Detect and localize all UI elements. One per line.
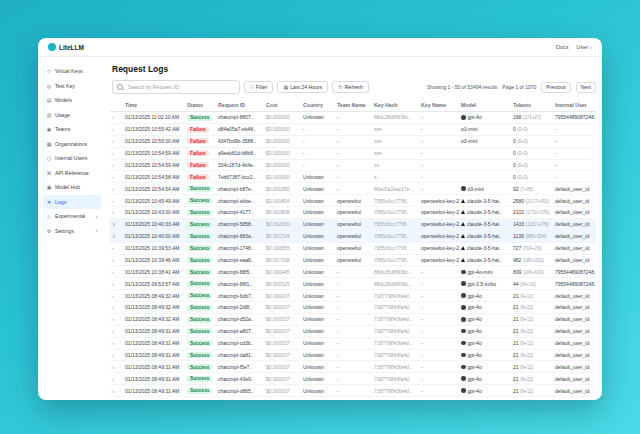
user-menu[interactable]: User∨	[576, 44, 592, 50]
table-row[interactable]: ›01/13/2025 08:49:31 AMSuccesschatcmpl-4…	[110, 373, 596, 385]
table-row[interactable]: ›01/13/2025 10:43:00 AMSuccesschatcmpl-4…	[110, 207, 596, 219]
cell-tokens-total: 21	[513, 364, 519, 370]
expand-row-icon[interactable]: ›	[112, 340, 114, 346]
table-row[interactable]: ∨01/13/2025 10:40:00 AMSuccesschatcmpl-8…	[110, 230, 596, 242]
sidebar-item-teams[interactable]: ◉Teams	[43, 122, 101, 137]
time-range-button[interactable]: ▦ Last 24 Hours	[277, 81, 328, 93]
table-row[interactable]: ›01/13/2025 08:49:32 AMSuccesschatcmpl-6…	[110, 290, 596, 302]
chevron-down-icon: ∨	[95, 228, 98, 233]
table-row[interactable]: ›01/13/2025 10:39:53 AMSuccesschatcmpl-1…	[110, 242, 596, 254]
cell-key-hash: 718779843fa4d..	[372, 302, 419, 314]
sidebar-item-models[interactable]: ▤Models	[43, 93, 101, 108]
cell-time: 01/13/2025 10:45:49 AM	[123, 195, 185, 207]
expand-row-icon[interactable]: ›	[112, 257, 114, 263]
table-row[interactable]: ›01/13/2025 10:45:49 AMSuccesschatcmpl-e…	[110, 195, 596, 207]
table-row[interactable]: ›01/13/2025 10:55:00 AMFailure4347bd9b-3…	[110, 135, 596, 147]
sidebar-item-settings[interactable]: ⚙Settings∨	[43, 224, 101, 239]
cell-time: 01/13/2025 08:49:31 AM	[123, 337, 185, 349]
expand-row-icon[interactable]: ›	[112, 209, 114, 215]
logs-table-container[interactable]: TimeStatusRequest IDCostCountryTeam Name…	[110, 99, 596, 400]
table-row[interactable]: ›01/13/2025 08:49:32 AMSuccesschatcmpl-2…	[110, 302, 596, 314]
cell-key-name: openwebui-key-2	[419, 254, 459, 266]
search-field[interactable]	[126, 83, 235, 91]
cell-request-id: chatcmpl-ebbe..	[216, 195, 264, 207]
cell-key-hash: 86ec5a2eac17e..	[372, 183, 419, 195]
expand-row-icon[interactable]: ›	[112, 376, 114, 382]
table-row[interactable]: ›01/13/2025 10:54:59 AMFailure334c187d-4…	[110, 159, 596, 171]
expand-row-icon[interactable]: ›	[112, 162, 114, 168]
expand-row-icon[interactable]: ›	[112, 114, 114, 120]
sidebar-item-organizations[interactable]: ▦Organizations	[43, 137, 101, 152]
sidebar-item-api-reference[interactable]: ⌘API Reference	[43, 166, 101, 181]
table-row[interactable]: ›01/13/2025 08:49:31 AMSuccesschatcmpl-6…	[110, 397, 596, 401]
anthropic-model-icon	[461, 234, 465, 238]
table-row[interactable]: ›01/13/2025 10:55:42 AMFailured84a05a7-e…	[110, 123, 596, 135]
search-input[interactable]	[112, 80, 240, 94]
cell-model: gpt-4o	[468, 114, 482, 120]
docs-link[interactable]: Docs	[556, 44, 569, 50]
cell-internal-user: default_user_id	[553, 218, 596, 230]
expand-row-icon[interactable]: ›	[112, 352, 114, 358]
page-title: Request Logs	[112, 64, 596, 74]
table-row[interactable]: ›01/13/2025 11:02:10 AMSuccesschatcmpl-8…	[110, 112, 596, 124]
table-row[interactable]: ›01/13/2025 08:49:31 AMSuccesschatcmpl-c…	[110, 337, 596, 349]
table-row[interactable]: ›01/13/2025 10:38:41 AMSuccesschatcmpl-8…	[110, 266, 596, 278]
sidebar-item-logs[interactable]: ≡Logs	[43, 195, 101, 210]
expand-row-icon[interactable]: ›	[112, 138, 114, 144]
next-page-button[interactable]: Next	[576, 82, 596, 93]
table-row[interactable]: ∨01/13/2025 10:40:33 AMSuccesschatcmpl-5…	[110, 218, 596, 230]
expand-row-icon[interactable]: ›	[112, 293, 114, 299]
expand-row-icon[interactable]: ›	[112, 245, 114, 251]
filter-button[interactable]: ▽ Filter	[244, 81, 273, 93]
table-row[interactable]: ›01/13/2025 08:49:31 AMSuccesschatcmpl-a…	[110, 325, 596, 337]
cell-tokens-total: 1139	[513, 233, 524, 239]
status-badge: Failure	[187, 162, 209, 168]
table-row[interactable]: ›01/13/2025 10:54:58 AMFailure7eb67387-b…	[110, 171, 596, 183]
table-row[interactable]: ›01/13/2025 08:49:31 AMSuccesschatcmpl-f…	[110, 361, 596, 373]
expand-row-icon[interactable]: ∨	[112, 221, 116, 227]
expand-row-icon[interactable]: ›	[112, 126, 114, 132]
expand-row-icon[interactable]: ›	[112, 174, 114, 180]
cell-model: gpt-4o-mini	[468, 269, 493, 275]
settings-icon: ⚙	[46, 228, 52, 234]
sidebar-item-usage[interactable]: ▥Usage	[43, 108, 101, 123]
cell-country: Unknown	[301, 397, 335, 401]
expand-row-icon[interactable]: ›	[112, 328, 114, 334]
openai-model-icon	[461, 341, 466, 346]
sidebar-item-experimental[interactable]: △Experimental∨	[43, 209, 101, 224]
table-row[interactable]: ›01/13/2025 08:49:31 AMSuccesschatcmpl-d…	[110, 349, 596, 361]
cell-cost: $0.000037	[264, 325, 301, 337]
expand-row-icon[interactable]: ›	[112, 304, 114, 310]
table-header: TimeStatusRequest IDCostCountryTeam Name…	[110, 99, 596, 112]
sidebar-item-internal-users[interactable]: ○Internal Users	[43, 151, 101, 166]
table-row[interactable]: ›01/13/2025 09:53:57 AMSuccesschatcmpl-8…	[110, 278, 596, 290]
table-row[interactable]: ›01/13/2025 10:54:54 AMSuccesschatcmpl-b…	[110, 183, 596, 195]
expand-row-icon[interactable]: ›	[112, 150, 114, 156]
status-badge: Success	[187, 364, 212, 370]
sidebar-item-test-key[interactable]: ◎Test Key	[43, 79, 101, 94]
expand-row-icon[interactable]: ›	[112, 316, 114, 322]
cell-model: claude-3-5-hai..	[467, 198, 502, 204]
sidebar-item-virtual-keys[interactable]: ◇Virtual Keys	[43, 64, 101, 79]
expand-row-icon[interactable]: ›	[112, 364, 114, 370]
expand-row-icon[interactable]: ›	[112, 269, 114, 275]
expand-row-icon[interactable]: ∨	[112, 233, 116, 239]
table-row[interactable]: ›01/13/2025 10:39:46 AMSuccesschatcmpl-e…	[110, 254, 596, 266]
cell-tokens-total: 21	[513, 399, 519, 400]
expand-row-icon[interactable]: ›	[112, 399, 114, 400]
table-row[interactable]: ›01/13/2025 08:49:31 AMSuccesschatcmpl-d…	[110, 385, 596, 397]
openai-model-icon	[461, 353, 466, 358]
sidebar-item-model-hub[interactable]: ▣Model Hub	[43, 180, 101, 195]
expand-row-icon[interactable]: ›	[112, 281, 114, 287]
table-row[interactable]: ›01/13/2025 10:54:59 AMFailurea9eeb81d-b…	[110, 147, 596, 159]
refresh-button[interactable]: ↻ Refresh	[332, 81, 368, 93]
cell-cost: $0.000000	[264, 135, 301, 147]
table-row[interactable]: ›01/13/2025 08:49:32 AMSuccesschatcmpl-d…	[110, 313, 596, 325]
expand-row-icon[interactable]: ›	[112, 186, 114, 192]
expand-row-icon[interactable]: ›	[112, 198, 114, 204]
cell-tokens-total: 0	[513, 150, 516, 156]
previous-page-button[interactable]: Previous	[541, 82, 570, 93]
expand-row-icon[interactable]: ›	[112, 388, 114, 394]
logs-icon: ≡	[46, 199, 52, 205]
sidebar-item-label: Model Hub	[55, 184, 80, 190]
